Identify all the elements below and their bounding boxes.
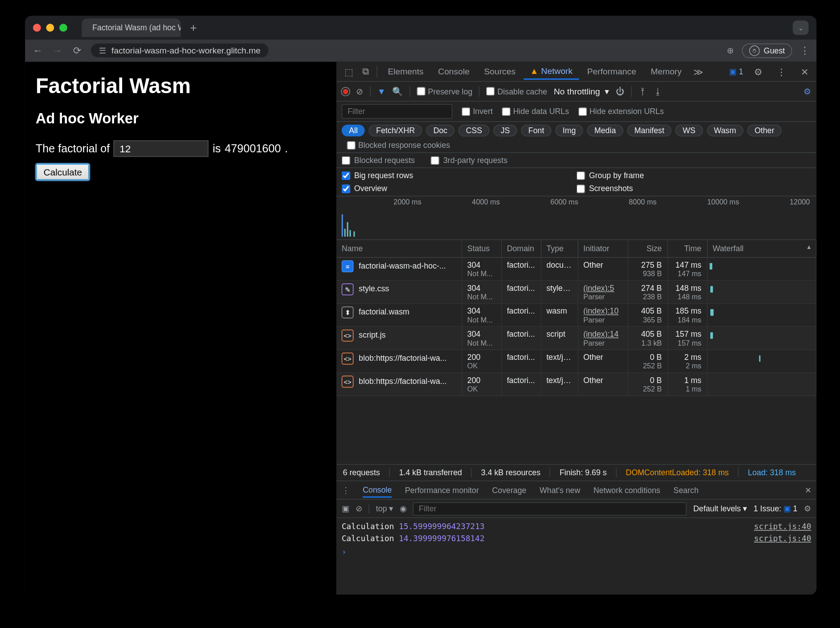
live-expression-icon[interactable]: ◉ (400, 504, 406, 513)
drawer-tab-netcond[interactable]: Network conditions (594, 484, 660, 497)
forward-button[interactable]: → (51, 45, 63, 56)
table-row[interactable]: <>blob:https://factorial-wa...200OKfacto… (336, 350, 816, 373)
network-filter-input[interactable] (342, 104, 453, 119)
chip-img[interactable]: Img (555, 125, 583, 137)
throttling-select[interactable]: No throttling ▾ (554, 86, 610, 96)
profile-chip[interactable]: ⍥ Guest (742, 43, 792, 58)
table-row[interactable]: <>blob:https://factorial-wa...200OKfacto… (336, 373, 816, 396)
issues-chip[interactable]: ▣ 1 (729, 67, 743, 76)
col-type[interactable]: Type (541, 240, 578, 257)
record-button[interactable] (342, 87, 350, 95)
chip-js[interactable]: JS (493, 125, 517, 137)
context-select[interactable]: top ▾ (376, 504, 393, 513)
drawer-tab-whatsnew[interactable]: What's new (540, 484, 580, 497)
drawer-menu-icon[interactable]: ⋮ (342, 485, 350, 495)
status-transferred: 1.4 kB transferred (399, 468, 462, 477)
table-row[interactable]: ⬍factorial.wasm304Not M...factori...wasm… (336, 304, 816, 327)
network-conditions-icon[interactable]: ⏻ (616, 86, 624, 96)
calculate-button[interactable]: Calculate (36, 163, 90, 180)
console-filter-input[interactable] (413, 502, 687, 515)
filter-icon[interactable]: ▼ (377, 86, 386, 96)
drawer-tab-console[interactable]: Console (363, 483, 392, 498)
back-button[interactable]: ← (32, 45, 44, 56)
drawer-tab-perfmon[interactable]: Performance monitor (405, 484, 479, 497)
more-tabs-icon[interactable]: ≫ (689, 66, 707, 77)
hide-ext-urls-check[interactable]: Hide extension URLs (578, 107, 664, 116)
table-row[interactable]: ✎style.css304Not M...factori...styles...… (336, 281, 816, 304)
console-sidebar-icon[interactable]: ▣ (342, 504, 349, 513)
inspect-icon[interactable]: ⬚ (340, 66, 357, 77)
minimize-window-icon[interactable] (46, 24, 54, 32)
chip-wasm[interactable]: Wasm (707, 125, 743, 137)
col-initiator[interactable]: Initiator (578, 240, 627, 257)
chip-fetch[interactable]: Fetch/XHR (369, 125, 422, 137)
window-menu-button[interactable]: ⌄ (793, 20, 809, 35)
table-row[interactable]: ≡factorial-wasm-ad-hoc-...304Not M...fac… (336, 257, 816, 281)
table-row[interactable]: <>script.js304Not M...factori...script(i… (336, 326, 816, 350)
col-size[interactable]: Size (628, 240, 668, 257)
search-icon[interactable]: 🔍 (392, 86, 403, 96)
chip-manifest[interactable]: Manifest (627, 125, 672, 137)
col-domain[interactable]: Domain (501, 240, 541, 257)
devtools-menu-icon[interactable]: ⋮ (773, 66, 790, 77)
reload-button[interactable]: ⟳ (71, 45, 83, 57)
chip-other[interactable]: Other (747, 125, 782, 137)
upload-har-icon[interactable]: ⭱ (639, 86, 647, 96)
chip-doc[interactable]: Doc (426, 125, 455, 137)
factorial-input[interactable] (114, 140, 209, 157)
tab-elements[interactable]: Elements (381, 64, 430, 79)
new-tab-button[interactable]: + (186, 21, 201, 35)
content-area: Factorial Wasm Ad hoc Worker The factori… (25, 62, 816, 595)
console-issue-chip[interactable]: 1 Issue: ▣ 1 (754, 504, 797, 513)
invert-check[interactable]: Invert (462, 107, 493, 116)
site-settings-icon[interactable]: ☰ (99, 46, 106, 55)
tab-sources[interactable]: Sources (477, 64, 522, 79)
screenshots-check[interactable]: Screenshots (577, 184, 811, 193)
clear-console-icon[interactable]: ⊘ (356, 504, 362, 513)
maximize-window-icon[interactable] (59, 24, 67, 32)
tab-console[interactable]: Console (431, 64, 476, 79)
drawer-tab-coverage[interactable]: Coverage (492, 484, 526, 497)
tab-performance[interactable]: Performance (581, 64, 643, 79)
hide-data-urls-check[interactable]: Hide data URLs (502, 107, 569, 116)
chip-font[interactable]: Font (521, 125, 551, 137)
network-settings-icon[interactable]: ⚙ (803, 86, 811, 96)
col-waterfall[interactable]: Waterfall (707, 240, 816, 257)
tab-network[interactable]: ▲Network (524, 63, 579, 80)
zoom-icon[interactable]: ⊕ (727, 45, 734, 55)
close-drawer-icon[interactable]: ✕ (805, 485, 811, 495)
group-frame-check[interactable]: Group by frame (577, 171, 811, 180)
blocked-requests-check[interactable]: Blocked requests (342, 155, 415, 165)
log-levels-select[interactable]: Default levels ▾ (693, 504, 747, 513)
browser-menu-button[interactable]: ⋮ (800, 45, 810, 57)
col-status[interactable]: Status (462, 240, 501, 257)
download-har-icon[interactable]: ⭳ (654, 86, 662, 96)
chip-css[interactable]: CSS (459, 125, 489, 137)
disable-cache-check[interactable]: Disable cache (486, 87, 547, 96)
chip-all[interactable]: All (342, 125, 365, 137)
console-prompt[interactable]: › (342, 544, 811, 556)
timeline-overview[interactable]: 2000 ms 4000 ms 6000 ms 8000 ms 10000 ms… (336, 196, 816, 240)
chip-ws[interactable]: WS (676, 125, 703, 137)
third-party-check[interactable]: 3rd-party requests (431, 155, 508, 165)
browser-tab[interactable]: Factorial Wasm (ad hoc Work × (82, 18, 181, 37)
status-finish: Finish: 9.69 s (560, 468, 607, 477)
preserve-log-check[interactable]: Preserve log (417, 87, 472, 96)
col-name[interactable]: Name (336, 240, 462, 257)
settings-icon[interactable]: ⚙ (750, 66, 766, 77)
overview-check[interactable]: Overview (342, 184, 577, 193)
close-window-icon[interactable] (33, 24, 41, 32)
col-time[interactable]: Time (668, 240, 707, 257)
close-devtools-icon[interactable]: ✕ (797, 66, 813, 77)
drawer-tab-search[interactable]: Search (673, 484, 698, 497)
chip-media[interactable]: Media (587, 125, 623, 137)
source-link[interactable]: script.js:40 (754, 522, 811, 531)
blocked-cookies-check[interactable]: Blocked response cookies (347, 140, 450, 150)
source-link[interactable]: script.js:40 (754, 534, 811, 543)
big-rows-check[interactable]: Big request rows (342, 171, 577, 180)
tab-memory[interactable]: Memory (644, 64, 688, 79)
clear-button[interactable]: ⊘ (356, 86, 363, 96)
console-settings-icon[interactable]: ⚙ (804, 504, 811, 513)
device-toggle-icon[interactable]: ⧉ (358, 66, 373, 77)
address-bar[interactable]: ☰ factorial-wasm-ad-hoc-worker.glitch.me (91, 44, 268, 57)
